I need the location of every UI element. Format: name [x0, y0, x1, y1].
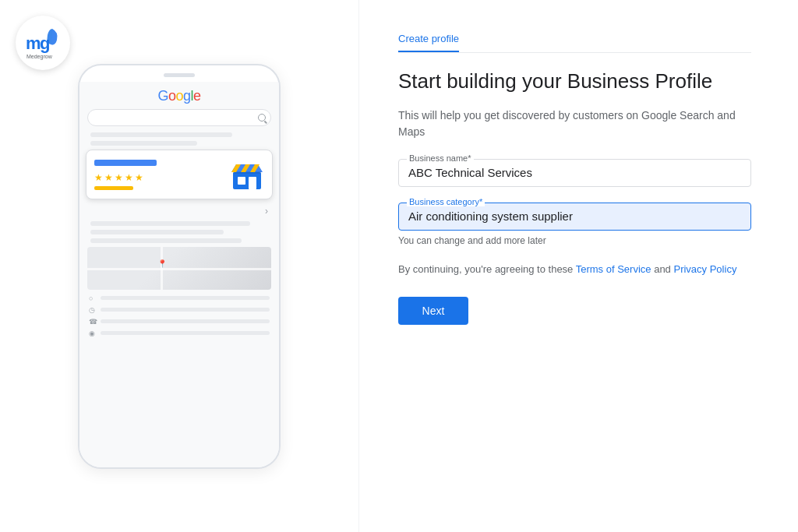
post-card-lines [87, 221, 271, 243]
next-button[interactable]: Next [398, 297, 468, 325]
svg-rect-3 [233, 172, 261, 189]
info-row-3: ☎ [87, 318, 271, 326]
business-name-group: Business name* [398, 159, 751, 187]
terms-text: By continuing, you're agreeing to these … [398, 262, 751, 278]
search-icon [258, 114, 266, 122]
orange-bar [94, 186, 133, 190]
pre-card-lines [87, 132, 271, 146]
star-1: ★ [94, 172, 103, 183]
svg-rect-6 [233, 171, 261, 174]
right-panel: Create profile Start building your Busin… [358, 0, 798, 532]
svg-text:Medegrow: Medegrow [26, 54, 53, 60]
map-pin-icon: 📍 [157, 259, 167, 268]
business-category-field-wrapper[interactable]: Business category* [398, 203, 751, 231]
info-row-2: ◷ [87, 306, 271, 314]
globe-icon: ◉ [89, 329, 97, 337]
page-title: Start building your Business Profile [398, 69, 751, 95]
info-row-4: ◉ [87, 329, 271, 337]
star-2: ★ [104, 172, 113, 183]
tab-section: Create profile [398, 31, 751, 53]
business-name-input[interactable] [408, 166, 741, 179]
arrow-row: › [87, 206, 271, 217]
business-card: ★ ★ ★ ★ ★ [86, 150, 273, 199]
business-name-label: Business name* [407, 153, 474, 163]
tab-underline [398, 52, 751, 53]
business-category-label: Business category* [407, 197, 485, 206]
star-4: ★ [125, 172, 133, 183]
privacy-policy-link[interactable]: Privacy Policy [673, 263, 736, 275]
terms-and: and [651, 263, 674, 275]
left-panel: m g Medegrow Google [0, 0, 358, 532]
svg-rect-4 [238, 177, 245, 185]
description-text: This will help you get discovered by cus… [398, 107, 751, 140]
business-category-group: Business category* You can change and ad… [398, 203, 751, 246]
google-logo-phone: Google [87, 88, 271, 104]
svg-rect-5 [249, 177, 256, 189]
stars-row: ★ ★ ★ ★ ★ [94, 172, 230, 183]
location-icon: ○ [89, 294, 97, 302]
clock-icon: ◷ [89, 306, 97, 314]
blue-bar [94, 160, 157, 166]
phone-top-bar [79, 65, 279, 82]
chevron-right-icon: › [265, 206, 268, 217]
terms-of-service-link[interactable]: Terms of Service [576, 263, 651, 275]
info-row-1: ○ [87, 294, 271, 302]
business-name-field-wrapper[interactable]: Business name* [398, 159, 751, 187]
logo-badge: m g Medegrow [16, 16, 70, 70]
phone-screen: Google ★ ★ [79, 82, 279, 467]
star-5: ★ [135, 172, 143, 183]
map-thumbnail: 📍 [87, 247, 271, 290]
business-category-input[interactable] [408, 210, 741, 223]
store-icon [230, 158, 264, 192]
phone-search-bar [87, 109, 271, 126]
svg-text:m: m [26, 33, 41, 53]
category-helper-text: You can change and add more later [398, 235, 751, 246]
terms-prefix: By continuing, you're agreeing to these [398, 263, 576, 275]
tab-create-profile[interactable]: Create profile [398, 33, 459, 52]
phone-mockup: Google ★ ★ [78, 64, 281, 469]
phone-speaker [164, 73, 195, 77]
star-3: ★ [115, 172, 123, 183]
phone-icon: ☎ [89, 318, 97, 326]
